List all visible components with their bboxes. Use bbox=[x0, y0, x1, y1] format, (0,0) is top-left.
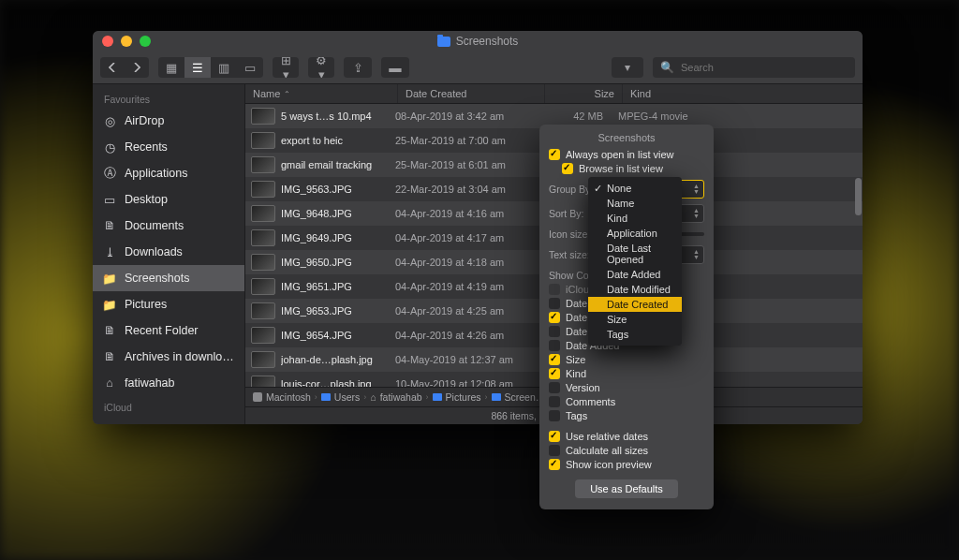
sidebar-item[interactable]: ☁iCloud Drive bbox=[93, 416, 244, 424]
file-size: 42 MB bbox=[534, 111, 611, 122]
search-icon: 🔍 bbox=[660, 61, 674, 74]
menu-item[interactable]: Date Created bbox=[588, 297, 682, 312]
share-button[interactable]: ⇪ bbox=[344, 57, 372, 78]
sidebar-item[interactable]: 🗎Recent Folder bbox=[93, 317, 244, 344]
column-name[interactable]: Name⌃ bbox=[245, 84, 398, 103]
close-button[interactable] bbox=[102, 36, 113, 47]
sidebar-item-label: Applications bbox=[125, 167, 187, 180]
chevron-icon: › bbox=[426, 392, 429, 402]
file-thumbnail bbox=[251, 132, 275, 149]
menu-item[interactable]: Date Added bbox=[588, 267, 682, 282]
group-by-label: Group By: bbox=[549, 184, 594, 195]
icon-view-button[interactable]: ▦ bbox=[158, 57, 184, 78]
column-checkbox[interactable]: Comments bbox=[549, 396, 704, 407]
menu-item[interactable]: Date Modified bbox=[588, 282, 682, 297]
file-kind: MPEG-4 movie bbox=[611, 111, 863, 122]
chevron-icon: › bbox=[315, 392, 317, 402]
sidebar-item[interactable]: ⤓Downloads bbox=[93, 239, 244, 265]
action-menu-button[interactable]: ⚙ ▾ bbox=[308, 57, 334, 78]
menu-item[interactable]: Application bbox=[588, 226, 682, 241]
checkbox-icon bbox=[562, 163, 573, 174]
sidebar-item-label: iCloud Drive bbox=[125, 422, 188, 424]
maximize-button[interactable] bbox=[140, 36, 151, 47]
folder-icon bbox=[492, 393, 501, 401]
sidebar-item-label: Downloads bbox=[125, 245, 183, 258]
quick-actions-button[interactable]: ▾ bbox=[612, 57, 643, 78]
file-name: IMG_9650.JPG bbox=[281, 257, 352, 268]
breadcrumb[interactable]: Screen… bbox=[492, 391, 546, 403]
breadcrumb-label: Users bbox=[334, 391, 360, 403]
column-date[interactable]: Date Created bbox=[398, 84, 545, 103]
column-kind[interactable]: Kind bbox=[623, 84, 863, 103]
sidebar[interactable]: Favourites◎AirDrop◷RecentsⒶApplications▭… bbox=[93, 84, 245, 424]
column-view-button[interactable]: ▥ bbox=[211, 57, 237, 78]
sidebar-item[interactable]: ◎AirDrop bbox=[93, 108, 244, 134]
menu-item[interactable]: Size bbox=[588, 312, 682, 327]
toolbar: ▦ ☰ ▥ ▭ ⊞ ▾ ⚙ ▾ ⇪ ▬ ▾ 🔍 bbox=[93, 52, 863, 84]
sidebar-item[interactable]: ⒶApplications bbox=[93, 160, 244, 186]
checkbox-icon bbox=[549, 396, 560, 407]
breadcrumb[interactable]: Users bbox=[321, 391, 360, 403]
search-input[interactable] bbox=[679, 61, 848, 74]
breadcrumb[interactable]: ⌂fatiwahab bbox=[370, 391, 421, 403]
finder-window: Screenshots ▦ ☰ ▥ ▭ ⊞ ▾ ⚙ ▾ ⇪ ▬ ▾ 🔍 Favo… bbox=[93, 31, 863, 424]
checkbox-icon bbox=[549, 340, 560, 351]
breadcrumb[interactable]: Pictures bbox=[433, 391, 481, 403]
option-checkbox[interactable]: Show icon preview bbox=[549, 459, 704, 470]
sidebar-item[interactable]: 📁Screenshots bbox=[93, 265, 244, 291]
checkbox-icon bbox=[549, 382, 560, 393]
search-field[interactable]: 🔍 bbox=[653, 57, 855, 78]
window-title-text: Screenshots bbox=[456, 35, 519, 48]
popup-title: Screenshots bbox=[549, 132, 704, 143]
file-thumbnail bbox=[251, 229, 275, 246]
sidebar-item[interactable]: 📁Pictures bbox=[93, 291, 244, 317]
app-icon: Ⓐ bbox=[102, 166, 117, 181]
breadcrumb[interactable]: Macintosh bbox=[253, 391, 311, 403]
back-button[interactable] bbox=[100, 57, 125, 78]
sidebar-item-label: fatiwahab bbox=[125, 376, 175, 390]
menu-item[interactable]: Date Last Opened bbox=[588, 241, 682, 267]
action-segment: ⚙ ▾ bbox=[308, 57, 334, 78]
menu-item[interactable]: Tags bbox=[588, 327, 682, 342]
list-view-button[interactable]: ☰ bbox=[184, 57, 211, 78]
sidebar-item[interactable]: 🗎Archives in downlo… bbox=[93, 344, 244, 370]
arrange-button[interactable]: ⊞ ▾ bbox=[273, 57, 299, 78]
column-size[interactable]: Size bbox=[545, 84, 623, 103]
column-checkbox[interactable]: Version bbox=[549, 382, 704, 393]
file-date: 22-Mar-2019 at 3:04 am bbox=[388, 184, 534, 195]
forward-button[interactable] bbox=[125, 57, 149, 78]
browse-list-checkbox[interactable]: Browse in list view bbox=[549, 163, 704, 174]
text-size-label: Text size: bbox=[549, 249, 594, 260]
sidebar-heading: Favourites bbox=[93, 88, 244, 108]
download-icon: ⤓ bbox=[102, 244, 117, 259]
scrollbar-thumb[interactable] bbox=[855, 178, 862, 215]
sidebar-item[interactable]: ◷Recents bbox=[93, 134, 244, 160]
sidebar-item-label: Desktop bbox=[125, 193, 168, 206]
tags-button[interactable]: ▬ bbox=[381, 57, 409, 78]
column-checkbox[interactable]: Tags bbox=[549, 410, 704, 421]
option-checkbox[interactable]: Use relative dates bbox=[549, 431, 704, 442]
column-checkbox[interactable]: Size bbox=[549, 354, 704, 365]
sidebar-item[interactable]: ▭Desktop bbox=[93, 186, 244, 213]
sidebar-item[interactable]: 🗎Documents bbox=[93, 213, 244, 239]
option-checkbox[interactable]: Calculate all sizes bbox=[549, 445, 704, 456]
menu-item[interactable]: Name bbox=[588, 196, 682, 211]
gallery-view-button[interactable]: ▭ bbox=[237, 57, 263, 78]
menu-item[interactable]: None bbox=[588, 181, 682, 196]
sort-by-label: Sort By: bbox=[549, 208, 594, 219]
sidebar-item-label: AirDrop bbox=[125, 114, 164, 127]
minimize-button[interactable] bbox=[121, 36, 132, 47]
checkbox-icon bbox=[549, 445, 560, 456]
checkbox-icon bbox=[549, 431, 560, 442]
doc-icon: 🗎 bbox=[102, 349, 117, 364]
view-mode-segment: ▦ ☰ ▥ ▭ bbox=[158, 57, 263, 78]
sidebar-item[interactable]: ⌂fatiwahab bbox=[93, 370, 244, 396]
menu-item[interactable]: Kind bbox=[588, 211, 682, 226]
sidebar-item-label: Documents bbox=[125, 219, 184, 232]
titlebar[interactable]: Screenshots bbox=[93, 31, 863, 52]
use-as-defaults-button[interactable]: Use as Defaults bbox=[575, 479, 678, 498]
always-list-checkbox[interactable]: Always open in list view bbox=[549, 149, 704, 160]
file-date: 04-Apr-2019 at 4:17 am bbox=[388, 232, 534, 243]
column-checkbox[interactable]: Kind bbox=[549, 368, 704, 379]
breadcrumb-label: Macintosh bbox=[266, 391, 311, 403]
